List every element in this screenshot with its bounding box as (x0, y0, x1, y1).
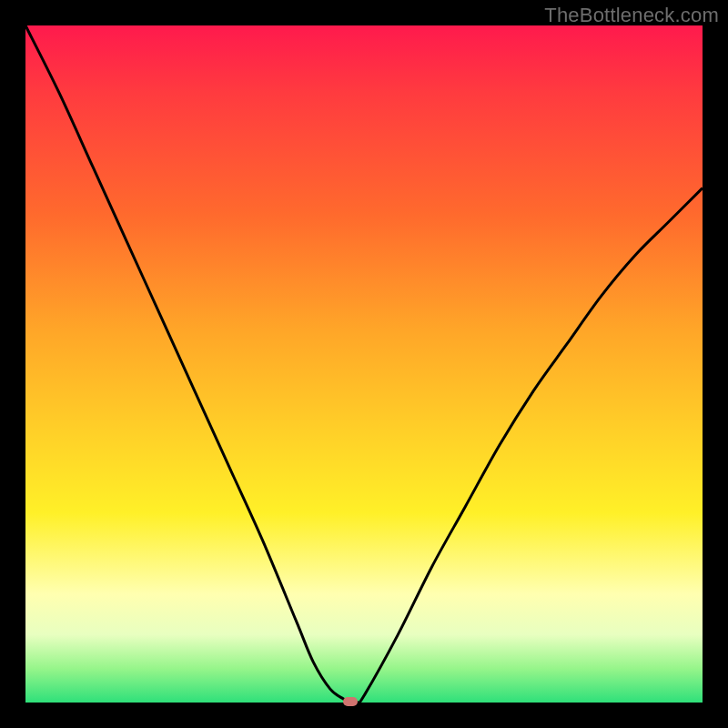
bottleneck-curve (25, 25, 703, 703)
plot-area (25, 25, 703, 703)
minimum-marker (343, 697, 358, 706)
chart-frame: TheBottleneck.com (0, 0, 728, 728)
watermark-text: TheBottleneck.com (544, 4, 719, 27)
curve-path (25, 25, 703, 703)
